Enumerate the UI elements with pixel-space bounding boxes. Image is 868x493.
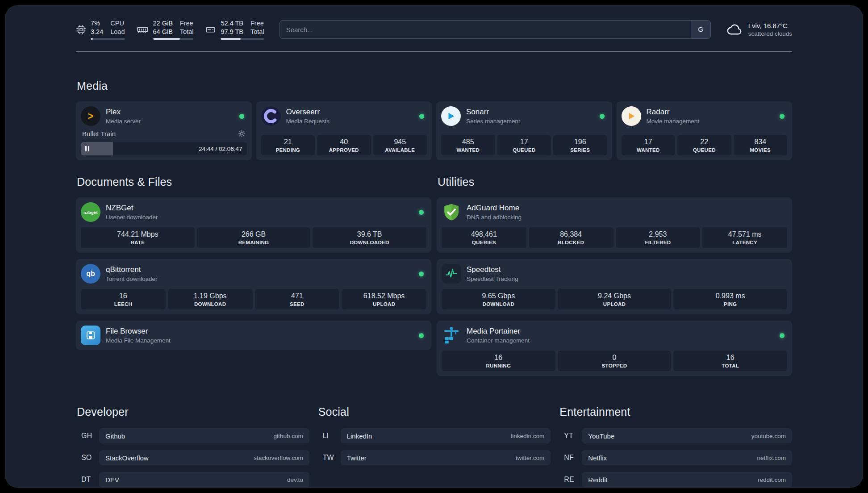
stat-downloaded: 39.6 TBDOWNLOADED [313, 227, 426, 248]
bookmark-abbr: YT [559, 432, 582, 440]
bookmark-linkedin[interactable]: LI LinkedInlinkedin.com [317, 428, 551, 443]
sonarr-stats: 485WANTED 17QUEUED 196SERIES [441, 135, 607, 155]
service-name: Speedtest [467, 265, 518, 274]
bookmark-youtube[interactable]: YT YouTubeyoutube.com [559, 428, 792, 443]
filebrowser-icon [81, 326, 100, 345]
service-link-speedtest[interactable]: Speedtest Speedtest Tracking [442, 264, 787, 284]
search-input[interactable] [280, 21, 691, 38]
weather-location: Lviv, 16.87°C [748, 22, 792, 29]
cloud-icon [726, 21, 743, 38]
stat-total: 16TOTAL [673, 351, 787, 371]
dashboard-panel: 7% CPU 3.24 Load [5, 5, 863, 488]
bookmark-abbr: GH [76, 432, 99, 440]
entertainment-section-title: Entertainment [559, 405, 792, 418]
search-provider-button[interactable]: G [691, 21, 710, 38]
service-name: Overseerr [286, 108, 330, 117]
speedtest-stats: 9.65 GbpsDOWNLOAD 9.24 GbpsUPLOAD 0.993 … [442, 289, 787, 309]
developer-section-title: Developer [77, 405, 309, 418]
service-name: Plex [106, 108, 141, 117]
stat-rate: 744.21 MbpsRATE [81, 227, 195, 248]
memory-free-value: 22 GiB [153, 19, 173, 27]
service-link-sonarr[interactable]: Sonarr Series management [441, 106, 607, 126]
portainer-icon [442, 326, 461, 345]
service-subtitle: Media server [106, 118, 141, 125]
bookmark-url: youtube.com [751, 433, 786, 439]
status-dot [780, 114, 785, 119]
memory-widget: 22 GiB Free 64 GiB Total [137, 19, 194, 40]
stat-available: 945AVAILABLE [373, 135, 427, 155]
service-link-qbittorrent[interactable]: qb qBittorrent Torrent downloader [81, 264, 426, 284]
service-subtitle: Container management [467, 337, 530, 344]
stat-approved: 40APPROVED [317, 135, 371, 155]
card-radarr: Radarr Movie management 17WANTED 22QUEUE… [617, 101, 793, 160]
media-section-title: Media [77, 79, 792, 92]
section-utilities: Utilities AdGuard Home [437, 175, 792, 382]
bookmark-name: StackOverflow [105, 454, 149, 462]
section-documents: Documents & Files nzbget NZBGet Usenet d… [76, 175, 431, 356]
card-filebrowser: File Browser Media File Management [76, 321, 431, 350]
playback-time: 24:44 / 02:06:47 [199, 146, 242, 152]
stat-stopped: 0STOPPED [558, 351, 672, 371]
bookmark-github[interactable]: GH Githubgithub.com [76, 428, 309, 443]
bookmark-name: YouTube [588, 432, 614, 440]
service-name: Radarr [647, 108, 700, 117]
disk-usage-bar [221, 38, 264, 40]
stat-queries: 498,461QUERIES [442, 227, 526, 248]
gear-icon[interactable] [238, 130, 246, 138]
card-sonarr: Sonarr Series management 485WANTED 17QUE… [436, 101, 612, 160]
stat-blocked: 86,384BLOCKED [529, 227, 613, 248]
stat-latency: 47.571 msLATENCY [702, 227, 787, 248]
service-link-nzbget[interactable]: nzbget NZBGet Usenet downloader [81, 202, 426, 222]
stat-seed: 471SEED [255, 289, 340, 309]
disk-label-2: Total [250, 28, 264, 36]
bookmark-stackoverflow[interactable]: SO StackOverflowstackoverflow.com [76, 450, 309, 465]
memory-usage-fill [153, 38, 180, 40]
status-dot [239, 114, 244, 119]
service-link-adguard[interactable]: AdGuard Home DNS and adblocking [442, 202, 787, 222]
adguard-shield-icon [442, 202, 461, 222]
bookmark-abbr: DT [76, 476, 99, 484]
bookmark-abbr: NF [559, 454, 582, 462]
bookmark-twitter[interactable]: TW Twittertwitter.com [317, 450, 551, 465]
bookmark-name: Reddit [588, 476, 607, 484]
bookmark-url: netflix.com [757, 455, 786, 461]
plex-icon: > [81, 106, 100, 126]
topbar-divider [76, 51, 792, 52]
playback-progress-bar[interactable]: 24:44 / 02:06:47 [81, 142, 247, 155]
bookmark-url: stackoverflow.com [254, 455, 303, 461]
status-dot [419, 210, 424, 215]
bookmark-url: twitter.com [516, 455, 545, 461]
portainer-stats: 16RUNNING 0STOPPED 16TOTAL [442, 351, 787, 371]
cpu-widget: 7% CPU 3.24 Load [76, 19, 125, 40]
service-link-portainer[interactable]: Media Portainer Container management [442, 326, 787, 345]
qbittorrent-stats: 16LEECH 1.19 GbpsDOWNLOAD 471SEED 618.52… [81, 289, 426, 309]
service-subtitle: Usenet downloader [106, 214, 158, 221]
stat-queued: 22QUEUED [677, 135, 731, 155]
card-nzbget: nzbget NZBGet Usenet downloader 744.21 M… [76, 197, 431, 253]
pause-icon[interactable] [85, 146, 89, 151]
service-link-filebrowser[interactable]: File Browser Media File Management [81, 326, 426, 345]
bookmark-url: linkedin.com [511, 433, 544, 439]
service-link-overseerr[interactable]: Overseerr Media Requests [261, 106, 427, 126]
service-name: AdGuard Home [467, 204, 522, 213]
bookmark-name: Twitter [347, 454, 367, 462]
bookmark-dev[interactable]: DT DEVdev.to [76, 472, 309, 487]
service-name: Media Portainer [467, 327, 530, 336]
bookmark-abbr: LI [317, 432, 341, 440]
disk-total-value: 97.9 TB [221, 28, 243, 36]
utilities-section-title: Utilities [438, 175, 792, 188]
card-overseerr: Overseerr Media Requests 21PENDING 40APP… [256, 101, 432, 160]
card-speedtest: Speedtest Speedtest Tracking 9.65 GbpsDO… [437, 259, 792, 314]
stat-filtered: 2,953FILTERED [616, 227, 701, 248]
weather-widget: Lviv, 16.87°C scattered clouds [726, 21, 792, 38]
service-link-plex[interactable]: > Plex Media server [81, 106, 247, 126]
bookmark-reddit[interactable]: RE Redditreddit.com [559, 472, 792, 487]
service-link-radarr[interactable]: Radarr Movie management [622, 106, 788, 126]
disk-usage-fill [221, 38, 241, 40]
stat-pending: 21PENDING [261, 135, 315, 155]
bookmark-netflix[interactable]: NF Netflixnetflix.com [559, 450, 792, 465]
memory-icon [137, 24, 149, 36]
status-dot [600, 114, 605, 119]
stat-upload: 618.52 MbpsUPLOAD [342, 289, 426, 309]
disk-label-1: Free [250, 19, 264, 27]
